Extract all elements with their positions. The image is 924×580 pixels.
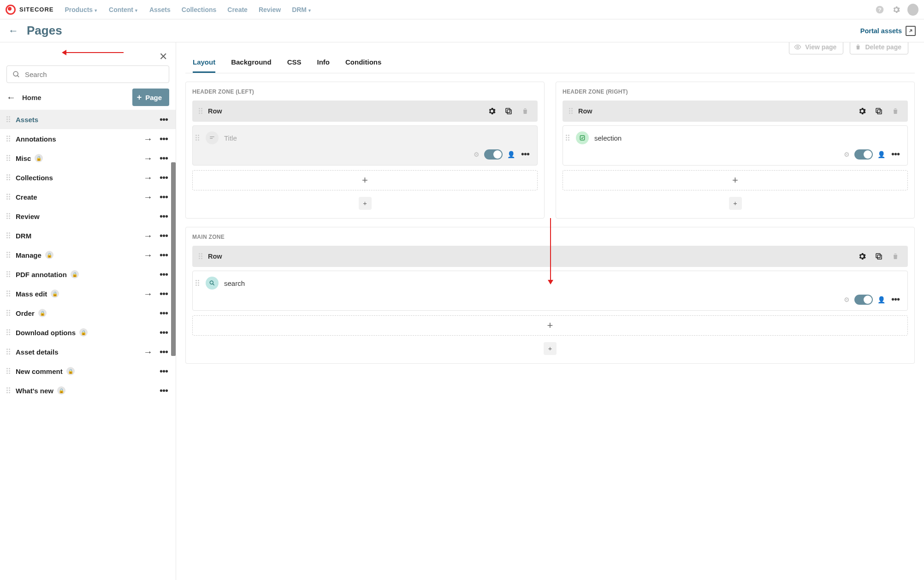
more-icon[interactable]: •••	[158, 385, 169, 396]
sidebar-item-pdf-annotation[interactable]: PDF annotation🔒 •••	[0, 265, 176, 284]
drag-handle-icon[interactable]	[195, 280, 200, 286]
more-icon[interactable]: •••	[158, 172, 169, 183]
help-icon[interactable]: ?	[874, 4, 885, 15]
add-page-button[interactable]: + Page	[132, 89, 169, 106]
drag-handle-icon[interactable]	[6, 155, 11, 161]
more-icon[interactable]: •••	[158, 347, 169, 357]
user-icon[interactable]: 👤	[877, 296, 885, 303]
gear-icon[interactable]	[486, 105, 498, 117]
chevron-right-icon[interactable]: →	[142, 172, 154, 183]
more-icon[interactable]: •••	[158, 153, 169, 164]
drag-handle-icon[interactable]	[6, 368, 11, 374]
visibility-toggle[interactable]	[854, 295, 873, 305]
sidebar-item-assets[interactable]: Assets •••	[0, 110, 176, 129]
add-component-drop[interactable]: +	[192, 315, 908, 336]
nav-item-drm[interactable]: DRM▼	[292, 6, 312, 13]
chevron-right-icon[interactable]: →	[142, 134, 154, 144]
chevron-right-icon[interactable]: →	[142, 250, 154, 260]
more-icon[interactable]: •••	[158, 211, 169, 222]
drag-handle-icon[interactable]	[566, 135, 570, 141]
sidebar-item-whats-new[interactable]: What's new🔒 •••	[0, 381, 176, 400]
sidebar-search-input[interactable]	[25, 71, 163, 78]
add-row-button[interactable]: +	[729, 197, 742, 210]
more-icon[interactable]: •••	[158, 250, 169, 260]
nav-item-create[interactable]: Create	[227, 6, 248, 13]
chevron-right-icon[interactable]: →	[142, 231, 154, 241]
sidebar-item-mass-edit[interactable]: Mass edit🔒 → •••	[0, 284, 176, 303]
add-row-button[interactable]: +	[359, 197, 372, 210]
gear-icon[interactable]	[891, 4, 902, 15]
more-icon[interactable]: •••	[158, 308, 169, 319]
sidebar-item-drm[interactable]: DRM → •••	[0, 226, 176, 245]
drag-handle-icon[interactable]	[569, 108, 574, 114]
user-icon[interactable]: 👤	[507, 151, 515, 158]
add-row-button[interactable]: +	[544, 342, 557, 355]
more-icon[interactable]: •••	[158, 114, 169, 125]
nav-item-collections[interactable]: Collections	[182, 6, 216, 13]
more-icon[interactable]: •••	[890, 294, 901, 305]
chevron-right-icon[interactable]: →	[142, 289, 154, 299]
component-card-title[interactable]: Title ⚙ 👤 •••	[192, 125, 538, 166]
drag-handle-icon[interactable]	[6, 271, 11, 278]
component-card-selection[interactable]: selection ⚙ 👤 •••	[563, 125, 908, 166]
user-icon[interactable]: 👤	[877, 151, 885, 158]
more-icon[interactable]: •••	[158, 134, 169, 144]
more-icon[interactable]: •••	[158, 269, 169, 280]
drag-handle-icon[interactable]	[6, 116, 11, 123]
drag-handle-icon[interactable]	[6, 213, 11, 219]
chevron-right-icon[interactable]: →	[142, 192, 154, 202]
copy-icon[interactable]	[873, 105, 885, 117]
sidebar-item-collections[interactable]: Collections → •••	[0, 168, 176, 187]
nav-item-products[interactable]: Products▼	[65, 6, 98, 13]
sidebar-item-asset-details[interactable]: Asset details → •••	[0, 342, 176, 361]
tab-layout[interactable]: Layout	[193, 58, 215, 73]
more-icon[interactable]: •••	[890, 149, 901, 160]
user-avatar[interactable]	[907, 4, 918, 15]
gear-icon[interactable]: ⚙	[474, 151, 480, 158]
brand-logo[interactable]: SITECORE	[6, 5, 53, 15]
copy-icon[interactable]	[873, 250, 885, 262]
drag-handle-icon[interactable]	[6, 194, 11, 200]
visibility-toggle[interactable]	[854, 149, 873, 160]
sidebar-item-order[interactable]: Order🔒 •••	[0, 303, 176, 323]
trash-icon[interactable]	[889, 250, 901, 262]
row-block[interactable]: Row	[192, 101, 538, 122]
sidebar-item-review[interactable]: Review •••	[0, 207, 176, 226]
add-component-drop[interactable]: +	[192, 170, 538, 190]
sidebar-item-misc[interactable]: Misc🔒 → •••	[0, 148, 176, 168]
view-page-button[interactable]: View page	[789, 42, 843, 54]
tab-css[interactable]: CSS	[287, 58, 302, 73]
drag-handle-icon[interactable]	[195, 135, 200, 141]
drag-handle-icon[interactable]	[199, 253, 203, 260]
drag-handle-icon[interactable]	[6, 329, 11, 336]
drag-handle-icon[interactable]	[6, 349, 11, 355]
drag-handle-icon[interactable]	[6, 232, 11, 239]
gear-icon[interactable]	[856, 105, 868, 117]
sidebar-item-download-options[interactable]: Download options🔒 •••	[0, 323, 176, 342]
more-icon[interactable]: •••	[520, 149, 531, 160]
tab-conditions[interactable]: Conditions	[345, 58, 381, 73]
tab-info[interactable]: Info	[317, 58, 330, 73]
nav-item-assets[interactable]: Assets	[149, 6, 171, 13]
more-icon[interactable]: •••	[158, 366, 169, 377]
gear-icon[interactable]: ⚙	[844, 296, 850, 303]
drag-handle-icon[interactable]	[6, 174, 11, 181]
row-block[interactable]: Row	[563, 101, 908, 122]
gear-icon[interactable]: ⚙	[844, 151, 850, 158]
portal-assets-link[interactable]: Portal assets	[860, 26, 916, 36]
add-component-drop[interactable]: +	[563, 170, 908, 190]
trash-icon[interactable]	[519, 105, 531, 117]
drag-handle-icon[interactable]	[6, 136, 11, 142]
home-back-arrow-icon[interactable]: ←	[6, 92, 16, 103]
chevron-right-icon[interactable]: →	[142, 153, 154, 164]
close-icon[interactable]: ✕	[159, 51, 167, 63]
chevron-right-icon[interactable]: →	[142, 347, 154, 357]
nav-item-review[interactable]: Review	[259, 6, 281, 13]
sidebar-search[interactable]	[6, 65, 169, 83]
gear-icon[interactable]	[856, 250, 868, 262]
drag-handle-icon[interactable]	[6, 290, 11, 297]
nav-item-content[interactable]: Content▼	[109, 6, 138, 13]
copy-icon[interactable]	[503, 105, 515, 117]
more-icon[interactable]: •••	[158, 289, 169, 299]
sidebar-item-annotations[interactable]: Annotations → •••	[0, 129, 176, 148]
